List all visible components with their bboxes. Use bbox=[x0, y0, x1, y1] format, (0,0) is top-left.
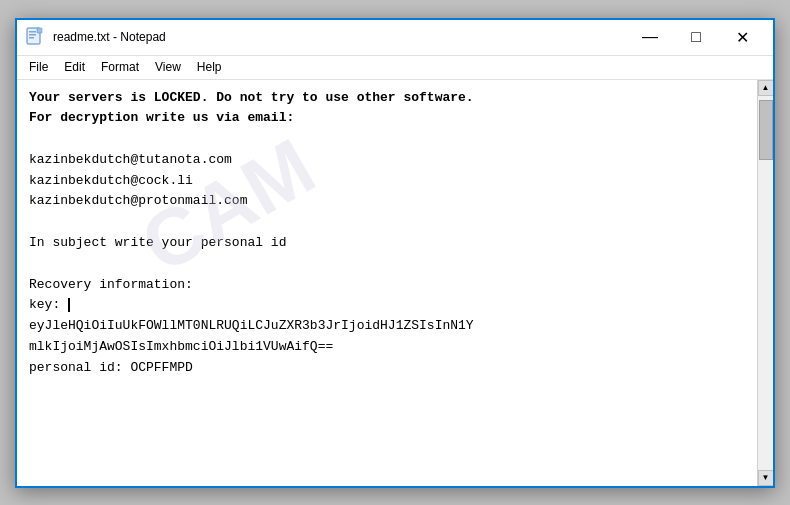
close-button[interactable]: ✕ bbox=[719, 19, 765, 55]
maximize-button[interactable]: □ bbox=[673, 19, 719, 55]
menu-file[interactable]: File bbox=[21, 58, 56, 76]
scroll-up-button[interactable]: ▲ bbox=[758, 80, 774, 96]
scroll-track[interactable] bbox=[758, 96, 773, 470]
svg-rect-2 bbox=[29, 34, 36, 36]
text-content[interactable]: Your servers is LOCKED. Do not try to us… bbox=[17, 80, 757, 486]
scroll-thumb[interactable] bbox=[759, 100, 773, 160]
window-title: readme.txt - Notepad bbox=[53, 30, 627, 44]
email-2: kazinbekdutch@cock.li bbox=[29, 173, 193, 188]
email-3: kazinbekdutch@protonmail.com bbox=[29, 193, 247, 208]
email-1: kazinbekdutch@tutanota.com bbox=[29, 152, 232, 167]
menu-help[interactable]: Help bbox=[189, 58, 230, 76]
svg-rect-4 bbox=[37, 28, 42, 33]
personal-id: personal id: OCPFFMPD bbox=[29, 360, 193, 375]
content-wrapper: CAM Your servers is LOCKED. Do not try t… bbox=[17, 80, 757, 486]
minimize-button[interactable]: — bbox=[627, 19, 673, 55]
key-value-1: eyJleHQiOiIuUkFOWllMT0NLRUQiLCJuZXR3b3Jr… bbox=[29, 318, 474, 333]
line-2: For decryption write us via email: bbox=[29, 110, 294, 125]
line-1: Your servers is LOCKED. Do not try to us… bbox=[29, 90, 474, 105]
subject-line: In subject write your personal id bbox=[29, 235, 286, 250]
svg-rect-3 bbox=[29, 37, 34, 39]
content-area: CAM Your servers is LOCKED. Do not try t… bbox=[17, 80, 773, 486]
text-cursor bbox=[68, 298, 70, 312]
svg-rect-1 bbox=[29, 31, 36, 33]
menu-format[interactable]: Format bbox=[93, 58, 147, 76]
menu-bar: File Edit Format View Help bbox=[17, 56, 773, 80]
window-controls: — □ ✕ bbox=[627, 19, 765, 55]
scroll-down-button[interactable]: ▼ bbox=[758, 470, 774, 486]
key-value-2: mlkIjoiMjAwOSIsImxhbmciOiJlbi1VUwAifQ== bbox=[29, 339, 333, 354]
recovery-header: Recovery information: bbox=[29, 277, 193, 292]
notepad-window: readme.txt - Notepad — □ ✕ File Edit For… bbox=[15, 18, 775, 488]
title-bar: readme.txt - Notepad — □ ✕ bbox=[17, 20, 773, 56]
scrollbar[interactable]: ▲ ▼ bbox=[757, 80, 773, 486]
menu-edit[interactable]: Edit bbox=[56, 58, 93, 76]
key-line: key: bbox=[29, 297, 70, 312]
app-icon bbox=[25, 27, 45, 47]
menu-view[interactable]: View bbox=[147, 58, 189, 76]
